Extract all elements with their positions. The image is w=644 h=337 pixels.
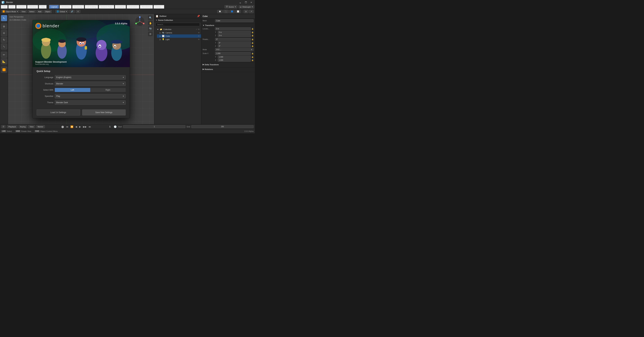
camera-hide[interactable]: 👁 (198, 32, 200, 34)
rotation-x-value[interactable]: 0° (215, 38, 251, 41)
view-menu-timeline[interactable]: View (28, 125, 35, 128)
workspace-uv[interactable]: UV Editing (85, 5, 98, 9)
proportional-edit[interactable]: ⊙ (76, 10, 80, 13)
workspace-sculpting[interactable]: Sculpting (72, 5, 84, 9)
scale-z-value[interactable]: 1.000 (218, 59, 251, 62)
workspace-texture[interactable]: Texture Paint (98, 5, 114, 9)
scale-tool[interactable]: ⤡ (1, 43, 7, 49)
object-mode-selector[interactable]: 🟧 Object Mode ▼ (1, 10, 19, 13)
view-menu[interactable]: View (20, 10, 27, 13)
prev-frame[interactable]: ◀ (74, 125, 78, 128)
location-lock-x[interactable]: 🔒 (252, 28, 254, 30)
viewport-shading-solid[interactable]: ⬛ (223, 10, 229, 13)
language-select[interactable]: English (English) ▼ (55, 75, 126, 79)
workspace-compositing[interactable]: Comp... (154, 5, 164, 9)
save-settings-button[interactable]: Save New Settings (82, 109, 126, 115)
menu-help[interactable]: Help (39, 5, 47, 9)
select-right-button[interactable]: Right (90, 88, 126, 92)
add-object-tool[interactable]: 🟧 (1, 67, 7, 73)
delta-transform-header[interactable]: ▶ Delta Transform (203, 63, 254, 66)
viewport-shading-wire[interactable]: 🔲 (217, 10, 222, 13)
play-button[interactable]: ▶ (78, 125, 82, 128)
end-value[interactable]: 250 (191, 125, 254, 128)
pin-icon[interactable]: 📌 (197, 15, 200, 17)
rotation-y-value[interactable]: 0° (218, 41, 251, 44)
rotation-lock-z[interactable]: 🔒 (252, 45, 254, 47)
workspace-layout[interactable]: Layout (49, 5, 59, 9)
scene-selector[interactable]: 🎬 Scene ▼ (224, 5, 237, 8)
expand-icon[interactable]: ▼ (156, 19, 158, 21)
measure-tool[interactable]: 📐 (1, 58, 7, 64)
viewport[interactable]: User Perspective (1) Collection | Cube Z (8, 14, 154, 124)
rotation-lock-y[interactable]: 🔒 (252, 42, 254, 44)
relations-header[interactable]: ▶ Relations (203, 68, 254, 70)
select-menu[interactable]: Select (28, 10, 36, 13)
location-z-value[interactable]: 0 m (218, 34, 251, 37)
rotate-tool[interactable]: ↻ (1, 37, 7, 43)
next-frame[interactable]: ▶▶ (82, 125, 87, 128)
shortcuts-select[interactable]: Blender ▼ (55, 82, 126, 86)
mesh-name-row: Mesh Cube (203, 19, 254, 22)
viewport-shading-mat[interactable]: 🔵 (229, 10, 235, 13)
scale-x-value[interactable]: 1.000 (215, 52, 251, 55)
rotation-lock-x[interactable]: 🔒 (252, 38, 254, 40)
scale-lock-z[interactable]: 🔒 (252, 59, 254, 61)
scale-lock-x[interactable]: 🔒 (252, 52, 254, 54)
workspace-shading[interactable]: Shading (115, 5, 126, 9)
theme-select[interactable]: Blender Dark ▼ (55, 100, 126, 105)
mode-value[interactable]: XYZ ... ▼ (215, 48, 254, 51)
keyframe-dot[interactable]: ⬤ (61, 125, 65, 128)
viewport-shading-render[interactable]: ⬜ (236, 10, 241, 13)
workspace-animation[interactable]: Animation (126, 5, 140, 9)
collection-hide[interactable]: 👁 (198, 28, 200, 30)
outliner-item-collection[interactable]: ▼ 📁 Collection ✓ 👁 (154, 28, 201, 31)
select-left-button[interactable]: Left (55, 88, 90, 92)
mesh-name-value[interactable]: Cube (215, 19, 254, 22)
minimize-button[interactable]: 🗕 (238, 1, 243, 4)
scale-lock-y[interactable]: 🔒 (252, 56, 254, 58)
gizmo-toggle[interactable]: ↗ (249, 10, 254, 13)
location-x-value[interactable]: 0 m (215, 27, 251, 30)
location-lock-y[interactable]: 🔒 (252, 31, 254, 33)
cursor-tool[interactable]: ⊕ (1, 23, 7, 29)
status-bar: LMB Select MMB Rotate View RMB Object Co… (0, 129, 255, 133)
maximize-button[interactable]: 🗖 (244, 1, 248, 4)
annotate-tool[interactable]: ✏ (1, 52, 7, 58)
prev-keyframe[interactable]: ⏪ (70, 125, 74, 128)
workspace-rendering[interactable]: Rendering (140, 5, 153, 9)
search-input[interactable] (156, 23, 200, 26)
menu-edit[interactable]: Edit (8, 5, 16, 9)
outliner-item-cube[interactable]: ▷ ⬜ Cube 👁 (157, 34, 201, 38)
scale-y-value[interactable]: 1.000 (218, 55, 251, 58)
snap-button[interactable]: 🔗 (70, 10, 75, 13)
menu-render[interactable]: Render (16, 5, 27, 9)
timeline-mode[interactable]: ⏱ (1, 125, 6, 128)
outliner-item-camera[interactable]: ▷ 📷 Camera 👁 (157, 31, 201, 34)
global-local-selector[interactable]: 🌐 Global ▼ (56, 10, 68, 13)
spacebar-select[interactable]: Play ▼ (55, 94, 126, 98)
jump-start[interactable]: ⏮ (65, 125, 69, 128)
load-settings-button[interactable]: Load 3.4 Settings (37, 109, 80, 115)
light-hide[interactable]: 👁 (198, 38, 200, 40)
rotation-z-value[interactable]: 0° (218, 45, 251, 47)
viewlayer-selector[interactable]: 🗂 ViewLayer ▼ (238, 5, 254, 8)
location-lock-z[interactable]: 🔒 (252, 34, 254, 36)
collection-checkbox[interactable]: ✓ (196, 28, 197, 30)
marker-menu[interactable]: Marker (36, 125, 45, 128)
jump-end[interactable]: ⏭ (88, 125, 92, 128)
move-tool[interactable]: ✛ (1, 30, 7, 36)
menu-file[interactable]: File (1, 5, 8, 9)
add-menu[interactable]: Add (37, 10, 43, 13)
playback-menu[interactable]: Playback (7, 125, 18, 128)
object-menu[interactable]: Object (44, 10, 52, 13)
location-y-value[interactable]: 0 m (218, 31, 251, 34)
keying-menu[interactable]: Keying (18, 125, 27, 128)
select-tool[interactable]: ↖ (1, 15, 7, 21)
menu-window[interactable]: Window (27, 5, 38, 9)
start-value[interactable]: 1 (123, 125, 185, 128)
cube-hide[interactable]: 👁 (198, 35, 200, 37)
overlay-toggle[interactable]: ◎ (244, 10, 248, 13)
outliner-item-light[interactable]: ▷ 💡 Light 👁 (157, 38, 201, 41)
close-button[interactable]: ✕ (249, 1, 254, 4)
workspace-modeling[interactable]: Modeling (60, 5, 72, 9)
